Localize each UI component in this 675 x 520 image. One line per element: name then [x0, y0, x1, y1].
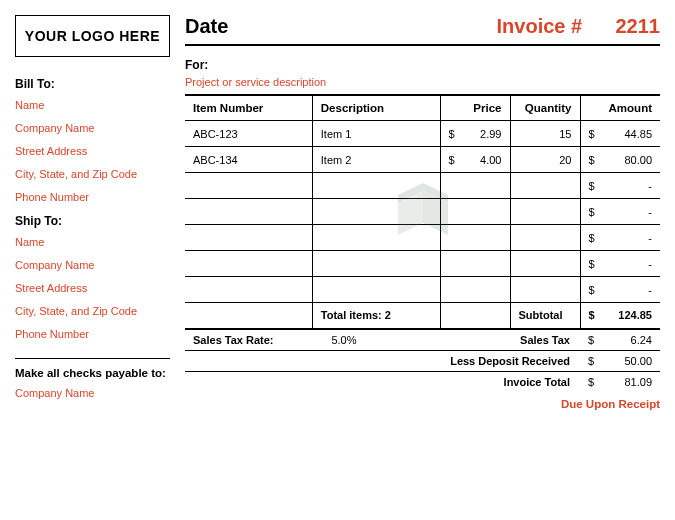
ship-to-company: Company Name: [15, 259, 170, 271]
tax-rate-value: 5.0%: [323, 330, 382, 351]
checks-payable-label: Make all checks payable to:: [15, 358, 170, 379]
table-row-empty: $-: [185, 277, 660, 303]
cell-amount: $80.00: [580, 147, 660, 173]
line-items-table: Item Number Description Price Quantity A…: [185, 94, 660, 330]
bill-to-street: Street Address: [15, 145, 170, 157]
date-label: Date: [185, 15, 228, 38]
totals-row: Total items: 2Subtotal$124.85: [185, 303, 660, 329]
cell-price: $4.00: [440, 147, 510, 173]
bill-to-company: Company Name: [15, 122, 170, 134]
less-deposit-value: 50.00: [624, 355, 652, 367]
total-items-label: Total items: 2: [312, 303, 440, 329]
sales-tax-value: 6.24: [631, 334, 652, 346]
cell-item-number: ABC-134: [185, 147, 312, 173]
cell-item-number: ABC-123: [185, 121, 312, 147]
invoice-total-value: 81.09: [624, 376, 652, 388]
cell-price: $2.99: [440, 121, 510, 147]
col-description: Description: [312, 95, 440, 121]
sales-tax-label: Sales Tax: [382, 330, 580, 351]
subtotal-label: Subtotal: [510, 303, 580, 329]
currency-symbol: $: [588, 376, 594, 388]
ship-to-heading: Ship To:: [15, 214, 170, 228]
table-row-empty: $-: [185, 225, 660, 251]
tax-rate-label: Sales Tax Rate:: [185, 330, 323, 351]
col-item-number: Item Number: [185, 95, 312, 121]
cell-quantity: 15: [510, 121, 580, 147]
table-row-empty: $-: [185, 199, 660, 225]
bill-to-name: Name: [15, 99, 170, 111]
table-row-empty: $-: [185, 251, 660, 277]
ship-to-city: City, State, and Zip Code: [15, 305, 170, 317]
col-quantity: Quantity: [510, 95, 580, 121]
table-row-empty: $-: [185, 173, 660, 199]
table-row: ABC-123Item 1$2.9915$44.85: [185, 121, 660, 147]
for-label: For:: [185, 58, 660, 72]
table-row: ABC-134Item 2$4.0020$80.00: [185, 147, 660, 173]
invoice-number-label: Invoice #: [497, 15, 583, 37]
cell-description: Item 2: [312, 147, 440, 173]
ship-to-street: Street Address: [15, 282, 170, 294]
less-deposit-label: Less Deposit Received: [382, 350, 580, 371]
currency-symbol: $: [588, 334, 594, 346]
for-description: Project or service description: [185, 76, 660, 88]
invoice-total-label: Invoice Total: [382, 371, 580, 392]
invoice-number-value: 2211: [616, 15, 661, 37]
ship-to-name: Name: [15, 236, 170, 248]
col-amount: Amount: [580, 95, 660, 121]
bill-to-phone: Phone Number: [15, 191, 170, 203]
subtotal-value: $124.85: [580, 303, 660, 329]
currency-symbol: $: [588, 355, 594, 367]
due-upon-receipt-note: Due Upon Receipt: [185, 398, 660, 410]
col-price: Price: [440, 95, 510, 121]
logo-placeholder: YOUR LOGO HERE: [15, 15, 170, 57]
cell-quantity: 20: [510, 147, 580, 173]
cell-amount: $44.85: [580, 121, 660, 147]
cell-description: Item 1: [312, 121, 440, 147]
ship-to-phone: Phone Number: [15, 328, 170, 340]
bill-to-city: City, State, and Zip Code: [15, 168, 170, 180]
bill-to-heading: Bill To:: [15, 77, 170, 91]
checks-payable-value: Company Name: [15, 387, 170, 399]
